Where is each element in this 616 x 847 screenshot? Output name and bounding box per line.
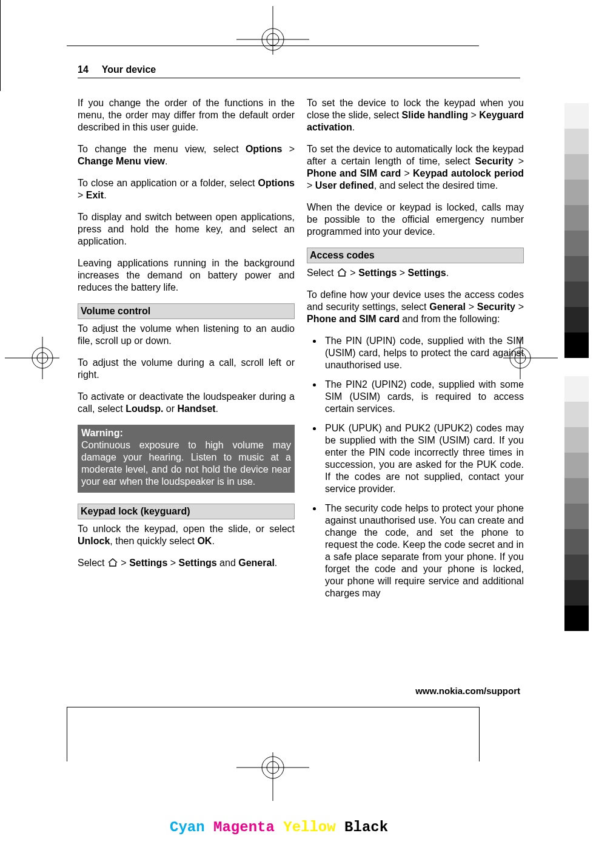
crop-mark: [67, 707, 479, 707]
list-item: The security code helps to protect your …: [323, 502, 524, 599]
paragraph: When the device or keypad is locked, cal…: [307, 201, 524, 238]
black-label: Black: [344, 819, 388, 835]
list-item: The PIN2 (UPIN2) code, supplied with som…: [323, 379, 524, 415]
list-item: The PIN (UPIN) code, supplied with the S…: [323, 335, 524, 371]
page-number: 14: [78, 64, 89, 75]
paragraph: To adjust the volume during a call, scro…: [78, 357, 295, 381]
registration-mark-icon: [236, 6, 309, 55]
paragraph: To set the device to lock the keypad whe…: [307, 97, 524, 133]
registration-mark-icon: [5, 337, 59, 379]
registration-mark-icon: [236, 752, 309, 801]
home-icon: [336, 268, 347, 277]
footer-url: www.nokia.com/support: [78, 686, 520, 696]
paragraph: If you change the order of the functions…: [78, 97, 295, 133]
page-header: 14 Your device: [78, 64, 520, 78]
paragraph: Leaving applications running in the back…: [78, 257, 295, 294]
section-heading-keypad: Keypad lock (keyguard): [78, 504, 295, 519]
paragraph: To adjust the volume when listening to a…: [78, 323, 295, 347]
crop-mark: [479, 707, 480, 761]
magenta-label: Magenta: [213, 819, 275, 835]
paragraph: To change the menu view, select Options …: [78, 143, 295, 167]
page: 14 Your device If you change the order o…: [0, 0, 616, 847]
crop-mark: [0, 46, 1, 91]
content-area: If you change the order of the functions…: [78, 97, 524, 607]
paragraph: To define how your device uses the acces…: [307, 289, 524, 325]
list-item: PUK (UPUK) and PUK2 (UPUK2) codes may be…: [323, 422, 524, 495]
paragraph: Select > Settings > Settings.: [307, 267, 524, 279]
section-title: Your device: [102, 64, 156, 75]
home-icon: [107, 558, 118, 567]
codes-list: The PIN (UPIN) code, supplied with the S…: [307, 335, 524, 599]
left-column: If you change the order of the functions…: [78, 97, 295, 607]
section-heading-access: Access codes: [307, 248, 524, 263]
cmyk-label: Cyan Magenta Yellow Black: [170, 819, 388, 835]
yellow-label: Yellow: [283, 819, 335, 835]
warning-title: Warning:: [81, 427, 291, 439]
crop-mark: [0, 0, 1, 46]
paragraph: To display and switch between open appli…: [78, 211, 295, 248]
warning-body: Continuous exposure to high volume may d…: [81, 439, 291, 488]
paragraph: Select > Settings > Settings and General…: [78, 557, 295, 569]
cyan-label: Cyan: [170, 819, 205, 835]
paragraph: To activate or deactivate the loudspeake…: [78, 391, 295, 415]
paragraph: To unlock the keypad, open the slide, or…: [78, 523, 295, 547]
section-heading-volume: Volume control: [78, 303, 295, 319]
paragraph: To set the device to automatically lock …: [307, 143, 524, 192]
grayscale-bar: [564, 103, 589, 631]
paragraph: To close an application or a folder, sel…: [78, 177, 295, 201]
crop-mark: [67, 707, 67, 761]
right-column: To set the device to lock the keypad whe…: [307, 97, 524, 607]
warning-box: Warning: Continuous exposure to high vol…: [78, 425, 295, 493]
